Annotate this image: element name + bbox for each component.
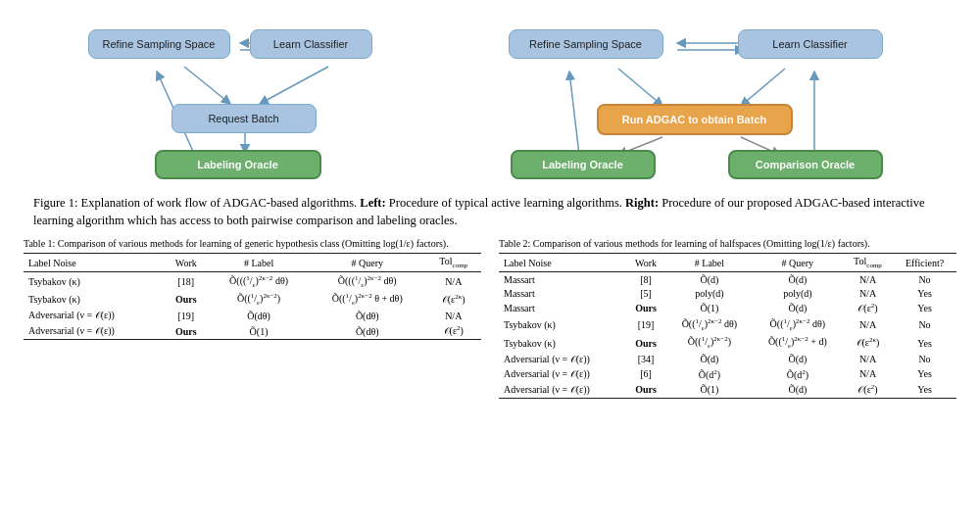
table1-header-row: Label Noise Work # Label # Query Tolcomp (24, 254, 481, 272)
table2-row-5: Adversarial (ν = 𝒪(ε)) [34] Õ(d) Õ(d) N/… (499, 352, 956, 366)
table1-col-tol: Tolcomp (425, 254, 481, 272)
table2-row-1: Massart [5] poly(d) poly(d) N/A Yes (499, 286, 956, 300)
left-request-box: Request Batch (172, 104, 317, 133)
svg-line-12 (741, 69, 785, 106)
table1: Label Noise Work # Label # Query Tolcomp… (24, 253, 481, 340)
svg-line-15 (569, 72, 579, 155)
table2-row-6: Adversarial (ν = 𝒪(ε)) [6] Õ(d2) Õ(d2) N… (499, 366, 956, 381)
right-diagram: Refine Sampling Space Learn Classifier R… (491, 18, 903, 184)
right-comparison-box: Comparison Oracle (728, 150, 883, 179)
tables-row: Table 1: Comparison of various methods f… (24, 237, 956, 399)
table1-section: Table 1: Comparison of various methods f… (24, 237, 481, 340)
table1-col-query: # Query (309, 254, 426, 272)
left-oracle-box: Labeling Oracle (155, 150, 321, 179)
table2-section: Table 2: Comparison of various methods f… (499, 237, 956, 399)
left-learn-box: Learn Classifier (250, 29, 372, 59)
svg-line-3 (260, 67, 328, 104)
table2-row-7: Adversarial (ν = 𝒪(ε)) Ours Õ(1) Õ(d) 𝒪(… (499, 382, 956, 399)
table2-row-0: Massart [8] Õ(d) Õ(d) N/A No (499, 272, 956, 287)
diagrams-row: Refine Sampling Space Learn Classifier R… (24, 18, 956, 184)
left-diagram: Refine Sampling Space Learn Classifier R… (78, 18, 382, 184)
svg-line-11 (618, 69, 662, 106)
svg-line-4 (184, 67, 230, 104)
caption-left-label: Left: (360, 196, 385, 210)
right-refine-box: Refine Sampling Space (509, 29, 663, 59)
table2: Label Noise Work # Label # Query Tolcomp… (499, 253, 956, 399)
right-learn-box: Learn Classifier (738, 29, 883, 59)
table1-row-1: Tsybakov (κ) Ours Õ((1/ε)2κ−2) Õ((1/ε)2κ… (24, 291, 481, 309)
table2-row-2: Massart Ours Õ(1) Õ(d) 𝒪(ε2) Yes (499, 300, 956, 315)
table2-caption: Table 2: Comparison of various methods f… (499, 237, 956, 250)
table1-col-noise: Label Noise (24, 254, 164, 272)
table1-col-work: Work (164, 254, 210, 272)
table1-col-label: # Label (209, 254, 309, 272)
table2-row-3: Tsybakov (κ) [19] Õ((1/ε)2κ−2 dθ) Õ((1/ε… (499, 316, 956, 334)
table2-header-row: Label Noise Work # Label # Query Tolcomp… (499, 254, 956, 272)
table1-row-3: Adversarial (ν = 𝒪(ε)) Ours Õ(1) Õ(dθ) 𝒪… (24, 323, 481, 340)
right-adgac-box: Run ADGAC to obtain Batch (597, 104, 793, 135)
caption-right-label: Right: (625, 196, 659, 210)
right-labeling-box: Labeling Oracle (511, 150, 656, 179)
table1-caption: Table 1: Comparison of various methods f… (24, 237, 481, 250)
table1-row-2: Adversarial (ν = 𝒪(ε)) [19] Õ(dθ) Õ(dθ) … (24, 309, 481, 323)
table2-row-4: Tsybakov (κ) Ours Õ((1/ε)2κ−2) Õ((1/ε)2κ… (499, 334, 956, 352)
left-refine-box: Refine Sampling Space (88, 29, 230, 59)
figure-caption: Figure 1: Explanation of work flow of AD… (24, 194, 956, 229)
page: Refine Sampling Space Learn Classifier R… (0, 0, 980, 528)
table1-row-0: Tsybakov (κ) [18] Õ(((1/ε)2κ−2 dθ) Õ(((1… (24, 272, 481, 291)
